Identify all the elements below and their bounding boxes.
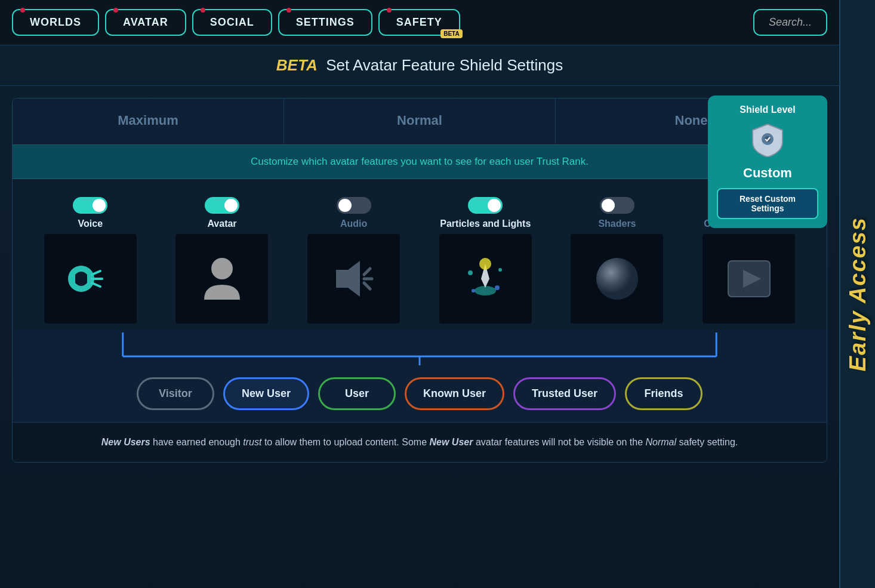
user-tabs: Visitor New User User Known User Trusted… [13, 365, 827, 422]
voice-icon-box [44, 234, 137, 324]
desc-text-3: avatar features will not be visible on t… [476, 437, 646, 447]
audio-icon [327, 252, 381, 306]
svg-point-15 [472, 289, 475, 293]
svg-line-3 [92, 271, 100, 275]
nav-bar: WORLDS AVATAR SOCIAL SETTINGS SAFETY BET… [0, 0, 839, 45]
avatar-icon-box [175, 234, 268, 324]
svg-point-13 [468, 270, 473, 275]
feature-card-particles: Particles and Lights [435, 197, 536, 324]
page-title-bar: BETA Set Avatar Feature Shield Settings [0, 45, 839, 86]
shaders-icon [590, 252, 644, 306]
particles-label: Particles and Lights [440, 218, 531, 229]
audio-toggle[interactable] [337, 197, 371, 214]
feature-card-audio: Audio [303, 197, 405, 324]
audio-label: Audio [340, 218, 367, 229]
feature-card-voice: Voice [39, 197, 141, 324]
user-tab-known-user[interactable]: Known User [405, 377, 504, 410]
reset-custom-settings-button[interactable]: Reset Custom Settings [717, 188, 818, 219]
animations-icon-box [703, 234, 795, 324]
early-access-text: Early Access [845, 217, 871, 371]
feature-card-shaders: Shaders [566, 197, 668, 324]
svg-line-5 [92, 283, 100, 287]
svg-line-10 [364, 283, 370, 289]
nav-search[interactable]: Search... [753, 9, 827, 36]
svg-line-8 [364, 269, 370, 275]
desc-normal: Normal [645, 437, 676, 447]
early-access-banner: Early Access [839, 0, 875, 588]
desc-new-users-2: New User [430, 437, 473, 447]
shaders-icon-box [571, 234, 663, 324]
customize-notice: Customize which avatar features you want… [13, 144, 827, 179]
shield-icon [750, 121, 785, 157]
avatar-icon [195, 252, 249, 306]
page-title-beta: BETA [276, 56, 318, 74]
avatar-label: Avatar [207, 218, 236, 229]
animations-icon [722, 252, 776, 306]
desc-text-1: have earned enough [153, 437, 243, 447]
nav-tab-social[interactable]: SOCIAL [192, 9, 272, 36]
shield-level-panel: Shield Level Custom Reset Custom Setting… [708, 96, 827, 228]
shield-icon-container [717, 121, 818, 159]
svg-point-14 [498, 268, 502, 272]
particles-icon-box [439, 234, 532, 324]
particles-toggle[interactable] [468, 197, 503, 214]
voice-label: Voice [78, 218, 103, 229]
main-panel: Maximum Normal None Customize which avat… [12, 98, 827, 463]
svg-point-12 [479, 258, 491, 270]
bracket-line [24, 330, 815, 365]
user-tab-friends[interactable]: Friends [625, 377, 703, 410]
audio-icon-box [307, 234, 400, 324]
user-tab-visitor[interactable]: Visitor [137, 377, 214, 410]
shaders-toggle[interactable] [600, 197, 634, 214]
shaders-label: Shaders [598, 218, 636, 229]
nav-tab-settings[interactable]: SETTINGS [278, 9, 372, 36]
shield-tab-maximum[interactable]: Maximum [13, 98, 284, 144]
avatar-toggle[interactable] [205, 197, 239, 214]
feature-card-avatar: Avatar [171, 197, 273, 324]
safety-beta-tag: BETA [440, 29, 462, 38]
desc-text-2: to allow them to upload content. Some [264, 437, 430, 447]
desc-new-users-1: New Users [101, 437, 150, 447]
page-title-text: Set Avatar Feature Shield Settings [326, 56, 563, 74]
feature-grid: Voice Avatar [13, 179, 827, 330]
user-tab-trusted-user[interactable]: Trusted User [513, 377, 616, 410]
user-tab-user[interactable]: User [318, 377, 396, 410]
svg-point-17 [596, 258, 638, 300]
shield-level-label: Shield Level [717, 104, 818, 115]
svg-point-16 [495, 285, 500, 290]
particles-icon [458, 252, 512, 306]
nav-tab-worlds[interactable]: WORLDS [12, 9, 99, 36]
main-content: WORLDS AVATAR SOCIAL SETTINGS SAFETY BET… [0, 0, 839, 588]
svg-point-6 [211, 258, 233, 279]
svg-marker-7 [336, 261, 360, 297]
voice-toggle[interactable] [73, 197, 107, 214]
bracket-svg [24, 330, 815, 365]
nav-tab-avatar[interactable]: AVATAR [105, 9, 186, 36]
shield-tabs: Maximum Normal None [13, 98, 827, 144]
desc-text-4: safety setting. [679, 437, 738, 447]
description-bar: New Users have earned enough trust to al… [13, 422, 827, 462]
shield-tab-normal[interactable]: Normal [284, 98, 556, 144]
voice-icon [63, 252, 117, 306]
desc-trust: trust [243, 437, 261, 447]
user-tab-new-user[interactable]: New User [223, 377, 309, 410]
shield-custom-text: Custom [717, 165, 818, 181]
